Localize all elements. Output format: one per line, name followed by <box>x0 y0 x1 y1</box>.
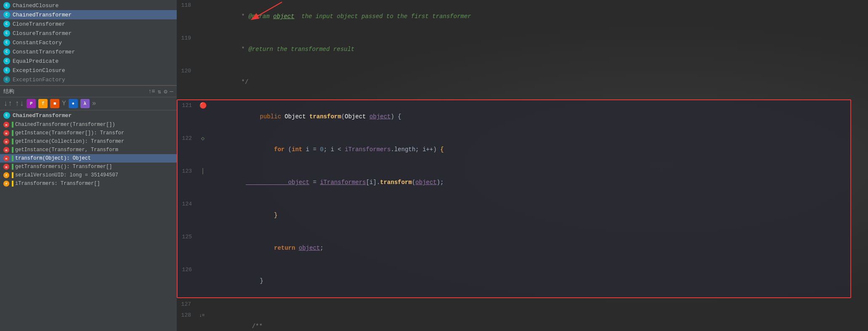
code-line-125: 125 return object; <box>178 232 850 264</box>
gutter-128: ↓= <box>198 310 206 321</box>
gutter-122: ◇ <box>199 133 207 144</box>
member-getTransformers[interactable]: m getTransformers(): Transformer[] <box>0 163 177 171</box>
class-icon-ConstantFactory: C <box>3 39 10 46</box>
code-122: for (int i = 0; i < iTransformers.length… <box>207 133 850 166</box>
editor-content: 118 * @param object the input object pas… <box>177 0 868 331</box>
highlighted-block: 121 🔴 public Object transform(Object obj… <box>177 99 851 298</box>
class-icon-ExceptionClosure: C <box>3 67 10 74</box>
structure-panel: 结构 ↑≡ ⇅ ⚙ — ↓↑ ↑↓ P f ■ Y ● λ » C Chaine… <box>0 85 177 331</box>
member-list: C ChainedTransformer m ChainedTransforme… <box>0 110 177 331</box>
code-120: */ <box>206 66 868 99</box>
sidebar: C ChainedClosure C ChainedTransformer C … <box>0 0 177 331</box>
member-constructor[interactable]: m ChainedTransformer(Transformer[]) <box>0 120 177 129</box>
class-icon-CloneTransformer: C <box>3 21 10 27</box>
class-item-ConstantFactory[interactable]: C ConstantFactory <box>0 38 177 47</box>
class-icon-ChainedTransformer: C <box>3 11 10 18</box>
member-label-getInstance1: getInstance(Transformer[]): Transfor <box>15 130 124 136</box>
class-item-ClosureTransformer[interactable]: C ClosureTransformer <box>0 29 177 38</box>
class-icon-ChainedClosure: C <box>3 2 10 9</box>
member-bar-serialVersionUID <box>12 172 13 178</box>
line-number-118: 118 <box>177 0 198 11</box>
class-label-CloneTransformer: CloneTransformer <box>13 21 65 27</box>
member-icon-getInstance2: m <box>3 139 9 144</box>
minimize-icon[interactable]: — <box>170 88 173 95</box>
code-118: * @param object the input object passed … <box>206 0 868 33</box>
member-getInstance3[interactable]: m getInstance(Transformer, Transform <box>0 146 177 154</box>
code-line-127: 127 <box>177 299 868 310</box>
member-icon-getInstance3: m <box>3 147 9 153</box>
member-icon-transform: m <box>3 155 9 161</box>
filter-sort-type-button[interactable]: ↑↓ <box>15 99 24 108</box>
class-node-ChainedTransformer: C ChainedTransformer <box>0 110 177 120</box>
filter-orange-button[interactable]: ■ <box>50 99 59 108</box>
class-item-ConstantTransformer[interactable]: C ConstantTransformer <box>0 47 177 56</box>
class-label-ChainedTransformer: ChainedTransformer <box>13 12 72 18</box>
class-item-CloneTransformer[interactable]: C CloneTransformer <box>0 19 177 29</box>
member-icon-serialVersionUID: f <box>3 172 9 178</box>
filter-bar: ↓↑ ↑↓ P f ■ Y ● λ » <box>0 97 177 110</box>
member-label-iTransformers: iTransformers: Transformer[] <box>15 181 100 187</box>
filter-lambda-button[interactable]: λ <box>80 99 90 108</box>
class-item-ChainedTransformer[interactable]: C ChainedTransformer <box>0 10 177 19</box>
code-119: * @return the transformed result <box>206 33 868 66</box>
member-bar-iTransformers <box>12 181 13 187</box>
member-getInstance2[interactable]: m getInstance(Collection): Transformer <box>0 137 177 146</box>
class-node-icon: C <box>3 112 10 119</box>
class-list: C ChainedClosure C ChainedTransformer C … <box>0 0 177 85</box>
code-line-122: 122 ◇ for (int i = 0; i < iTransformers.… <box>178 133 850 166</box>
settings-icon[interactable]: ⚙ <box>164 88 167 95</box>
class-label-EqualPredicate: EqualPredicate <box>13 58 58 64</box>
filter-y-button[interactable]: Y <box>62 100 66 107</box>
editor-area: 118 * @param object the input object pas… <box>177 0 868 331</box>
member-bar-getInstance3 <box>12 147 13 153</box>
structure-title: 结构 <box>3 88 14 95</box>
member-icon-getTransformers: m <box>3 164 9 170</box>
code-line-124: 124 } <box>178 199 850 232</box>
line-number-126: 126 <box>178 264 199 275</box>
member-label-constructor: ChainedTransformer(Transformer[]) <box>15 122 115 128</box>
code-line-126: 126 } <box>178 264 850 297</box>
class-item-ExceptionFactory[interactable]: C ExceptionFactory <box>0 75 177 84</box>
class-icon-ConstantTransformer: C <box>3 48 10 55</box>
line-number-121: 121 <box>178 100 199 111</box>
gutter-123: | <box>199 166 207 177</box>
class-node-label: ChainedTransformer <box>13 112 72 119</box>
member-transform[interactable]: m transform(Object): Object <box>0 154 177 163</box>
line-number-125: 125 <box>178 232 199 243</box>
member-icon-iTransformers: f <box>3 181 9 187</box>
member-label-getTransformers: getTransformers(): Transformer[] <box>15 164 112 170</box>
member-label-serialVersionUID: serialVersionUID: long = 351494507 <box>15 172 118 178</box>
class-label-ConstantFactory: ConstantFactory <box>13 40 62 46</box>
member-getInstance1[interactable]: m getInstance(Transformer[]): Transfor <box>0 129 177 137</box>
line-number-120: 120 <box>177 66 198 77</box>
code-line-119: 119 * @return the transformed result <box>177 33 868 66</box>
filter-p-button[interactable]: P <box>27 99 36 108</box>
member-bar-getInstance1 <box>12 130 13 136</box>
class-icon-ClosureTransformer: C <box>3 30 10 37</box>
filter-f-button[interactable]: f <box>38 99 48 108</box>
code-line-120: 120 */ <box>177 66 868 99</box>
structure-toolbar: ↑≡ ⇅ ⚙ — <box>148 88 173 95</box>
member-iTransformers[interactable]: f iTransformers: Transformer[] <box>0 179 177 188</box>
line-number-119: 119 <box>177 33 198 44</box>
class-label-ClosureTransformer: ClosureTransformer <box>13 30 72 37</box>
filter-blue-button[interactable]: ● <box>69 99 78 108</box>
code-line-128: 128 ↓= /** <box>177 310 868 331</box>
class-item-ExceptionClosure[interactable]: C ExceptionClosure <box>0 66 177 75</box>
sort-icon[interactable]: ↑≡ <box>148 88 155 95</box>
member-bar-getTransformers <box>12 164 13 170</box>
member-bar-constructor <box>12 122 13 128</box>
code-128: /** <box>206 310 868 331</box>
code-126: } <box>207 264 850 297</box>
filter-sort-alpha-button[interactable]: ↓↑ <box>3 99 13 108</box>
member-icon-constructor: m <box>3 122 9 128</box>
line-number-123: 123 <box>178 166 199 177</box>
member-serialVersionUID[interactable]: f serialVersionUID: long = 351494507 <box>0 171 177 179</box>
code-line-121: 121 🔴 public Object transform(Object obj… <box>178 100 850 133</box>
code-line-123: 123 | object = iTransformers[i].transfor… <box>178 166 850 199</box>
sort2-icon[interactable]: ⇅ <box>158 88 161 95</box>
filter-more-button[interactable]: » <box>92 100 96 107</box>
class-item-ChainedClosure[interactable]: C ChainedClosure <box>0 1 177 10</box>
line-number-124: 124 <box>178 199 199 210</box>
class-item-EqualPredicate[interactable]: C EqualPredicate <box>0 56 177 66</box>
